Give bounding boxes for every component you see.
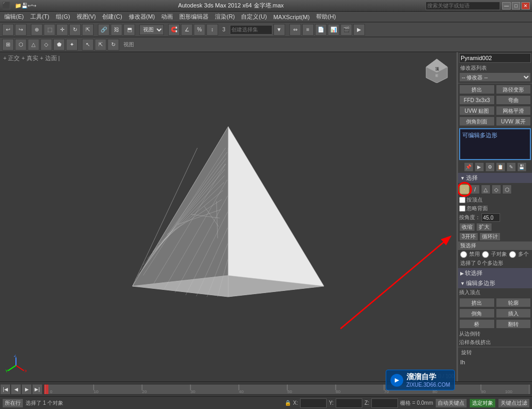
select-section-header[interactable]: ▼ 选择 [458, 173, 532, 183]
mod-pathdeform[interactable]: 路径变形 [496, 85, 531, 94]
create-selection-input[interactable] [230, 25, 272, 35]
move-button[interactable]: ✛ [56, 24, 68, 36]
menu-view[interactable]: 视图(V) [73, 12, 99, 22]
tb2-rot[interactable]: ↻ [107, 39, 119, 51]
border-mode-btn[interactable]: △ [481, 185, 491, 194]
view-select[interactable]: 视图 [139, 24, 164, 35]
modifier-dropdown[interactable]: -- 修改器 -- [459, 72, 531, 82]
timeline-play-btn[interactable]: ▶ [21, 384, 32, 395]
tb2-btn5[interactable]: ⬟ [53, 39, 65, 51]
outline-btn[interactable]: 轮廓 [496, 298, 531, 307]
tb2-move[interactable]: ↖ [82, 39, 94, 51]
angle-snap[interactable]: ∠ [181, 24, 193, 36]
insert-btn[interactable]: 插入 [496, 308, 531, 318]
bridge-btn[interactable]: 桥 [459, 319, 495, 329]
shrink-button[interactable]: 收缩 [459, 223, 475, 231]
expand-button[interactable]: 扩大 [476, 223, 492, 231]
flip2-btn[interactable]: 翻转 [496, 319, 531, 329]
preselect-header[interactable]: 预选择 [458, 241, 532, 250]
mod-bevel-profile[interactable]: 倒角剖面 [459, 116, 495, 126]
search-input[interactable] [426, 2, 500, 10]
preselect-multi[interactable] [509, 251, 516, 258]
menu-create[interactable]: 创建(C) [99, 12, 125, 22]
soft-select-header[interactable]: ▶ 软选择 [458, 268, 532, 278]
mod-extrude[interactable]: 挤出 [459, 85, 495, 94]
render-setup-btn[interactable]: 🎬 [340, 24, 352, 36]
element-mode-btn[interactable]: ⬡ [502, 185, 512, 194]
panel-settings-icon[interactable]: ⚙ [485, 162, 495, 172]
panel-play-icon[interactable]: ▶ [475, 162, 484, 172]
tb2-btn4[interactable]: ◇ [40, 39, 52, 51]
percent-snap[interactable]: % [194, 24, 205, 36]
ignore-back-check[interactable] [459, 205, 466, 212]
timeline-bar[interactable]: 0 10 20 30 40 50 60 70 80 90 1 [44, 384, 531, 395]
layer-button[interactable]: 📄 [315, 24, 327, 36]
mod-meshsmooth[interactable]: 网格平滑 [496, 106, 531, 115]
object-name-input[interactable] [459, 53, 531, 63]
poly-mode-btn[interactable]: ◇ [492, 185, 501, 194]
tb2-btn2[interactable]: ⬡ [15, 39, 27, 51]
minimize-button[interactable]: — [502, 2, 511, 10]
x-input[interactable] [300, 398, 327, 408]
menu-customize[interactable]: 自定义(U) [238, 12, 270, 22]
menu-maxscript[interactable]: MAXScript(M) [270, 13, 313, 21]
select-object-button[interactable]: ⊕ [31, 24, 43, 36]
select-region-button[interactable]: ⬚ [44, 24, 55, 36]
preselect-disabled[interactable] [460, 251, 467, 258]
z-input[interactable] [371, 398, 398, 408]
mode-select-btn[interactable]: 所在行 [2, 398, 23, 408]
redo-button[interactable]: ↪ [15, 24, 27, 36]
preselect-subobj[interactable] [482, 251, 489, 258]
y-input[interactable] [336, 398, 362, 408]
edit-poly-header[interactable]: ▼ 编辑多边形 [458, 278, 532, 288]
viewport[interactable]: + 正交 + 真实 + 边面 | 顶 前 [0, 52, 458, 381]
mod-uvw-unwrap[interactable]: UVW 展开 [496, 116, 531, 126]
align-button[interactable]: ≡ [302, 24, 314, 36]
tb2-btn3[interactable]: △ [28, 39, 39, 51]
menu-modifier[interactable]: 修改器(M) [126, 12, 159, 22]
menu-group[interactable]: 组(G) [53, 12, 73, 22]
panel-save-icon[interactable]: 💾 [517, 162, 527, 172]
panel-edit-icon[interactable]: ✎ [506, 162, 516, 172]
mod-uvw[interactable]: UVW 贴图 [459, 106, 495, 115]
autokey-btn[interactable]: 自动关键点 [435, 398, 467, 408]
rotate-button[interactable]: ↻ [69, 24, 81, 36]
unlink-button[interactable]: ⛓ [111, 24, 122, 36]
undo-button[interactable]: ↩ [2, 24, 14, 36]
timeline-next-btn[interactable]: ▶| [32, 384, 43, 395]
filter-btn[interactable]: 关键点过滤 [498, 398, 530, 408]
flip-btn[interactable]: 倒角 [459, 308, 495, 318]
loop-button[interactable]: 循环计 [479, 232, 501, 241]
ring-button[interactable]: 3开环 [459, 232, 478, 241]
menu-render[interactable]: 渲染(R) [212, 12, 238, 22]
select-btn[interactable]: 选定对象 [469, 398, 496, 408]
bind-button[interactable]: ⬒ [123, 24, 135, 36]
menu-tools[interactable]: 工具(T) [27, 12, 53, 22]
vertex-mode-btn[interactable]: · [460, 185, 469, 194]
menu-animate[interactable]: 动画 [158, 12, 176, 22]
menu-edit[interactable]: 编辑(E) [1, 12, 27, 22]
panel-copy-icon[interactable]: 📋 [496, 162, 505, 172]
mod-ffd[interactable]: FFD 3x3x3 [459, 95, 495, 105]
mod-bend[interactable]: 弯曲 [496, 95, 531, 105]
create-selection-button[interactable]: ▼ [273, 24, 285, 36]
close-button[interactable]: ✕ [521, 2, 530, 10]
quick-render-btn[interactable]: ▶ [353, 24, 365, 36]
extrude-btn[interactable]: 挤出 [459, 298, 495, 307]
angle-input[interactable] [481, 213, 500, 222]
by-vertex-check[interactable] [459, 197, 466, 203]
spinner-snap[interactable]: ↕ [206, 24, 218, 36]
tb2-btn1[interactable]: ⊞ [2, 39, 14, 51]
panel-pin-icon[interactable]: 📌 [464, 162, 473, 172]
maximize-button[interactable]: □ [512, 2, 520, 10]
link-button[interactable]: 🔗 [98, 24, 110, 36]
graph-editor-btn[interactable]: 📊 [328, 24, 339, 36]
mirror-button[interactable]: ⇔ [289, 24, 301, 36]
timeline-start-btn[interactable]: |◀ [0, 384, 11, 395]
tb2-btn6[interactable]: ✦ [66, 39, 78, 51]
edge-mode-btn[interactable]: / [470, 185, 480, 194]
tb2-scale[interactable]: ⇱ [95, 39, 106, 51]
scale-button[interactable]: ⇱ [82, 24, 94, 36]
timeline-prev-btn[interactable]: ◀ [11, 384, 21, 395]
menu-help[interactable]: 帮助(H) [313, 12, 339, 22]
